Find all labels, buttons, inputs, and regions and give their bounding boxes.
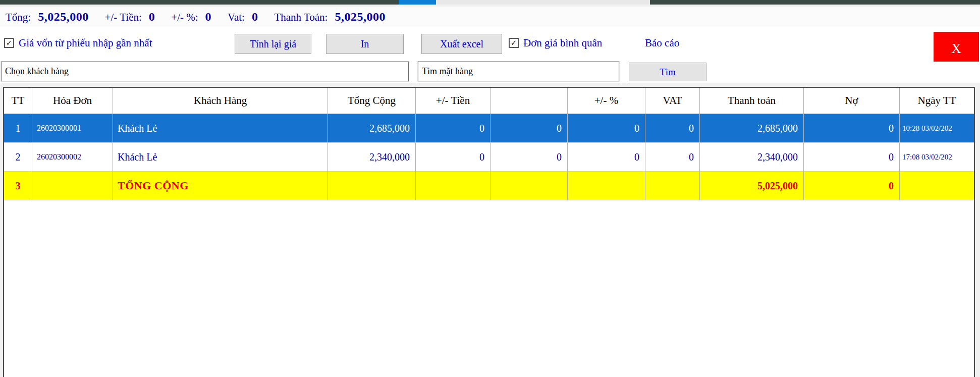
- header-adj-percent: +/- %: [568, 88, 645, 114]
- export-excel-button[interactable]: Xuất excel: [421, 34, 502, 54]
- average-price-checkbox[interactable]: ✓: [509, 38, 519, 48]
- payment-total-value: 5,025,000: [335, 10, 386, 24]
- cell-customer: Khách Lẻ: [113, 114, 328, 143]
- cell-tt: 3: [4, 172, 32, 200]
- header-payment-date: Ngày TT: [900, 88, 974, 114]
- close-button[interactable]: X: [934, 32, 979, 65]
- header-blank: [491, 88, 568, 114]
- cell-total: 2,685,000: [328, 114, 416, 143]
- header-customer: Khách Hàng: [113, 88, 328, 114]
- customer-search-input[interactable]: [1, 62, 409, 81]
- cell-debt: 0: [804, 114, 900, 143]
- average-price-checkbox-label: Đơn giá bình quân: [523, 37, 602, 49]
- payment-total-label: Thanh Toán:: [274, 11, 328, 24]
- cost-price-checkbox[interactable]: ✓: [4, 38, 14, 48]
- cell-vat: 0: [645, 114, 700, 143]
- cell-debt: 0: [804, 143, 900, 172]
- header-payment: Thanh toán: [700, 88, 804, 114]
- table-header-row: TT Hóa Đơn Khách Hàng Tổng Cộng +/- Tiền…: [4, 88, 974, 114]
- item-search-input[interactable]: [418, 62, 619, 81]
- table-row-invoice-1[interactable]: 1 26020300001 Khách Lẻ 2,685,000 0 0 0 0…: [4, 114, 974, 143]
- cell-customer: Khách Lẻ: [113, 143, 328, 172]
- cell-payment: 5,025,000: [700, 172, 804, 200]
- window-top-strip-blue-tab: [399, 0, 436, 5]
- cell-payment: 2,685,000: [700, 114, 804, 143]
- cell-adj-money: 0: [416, 143, 491, 172]
- header-adj-money: +/- Tiền: [416, 88, 491, 114]
- cell-grand-total-label: TỔNG CỘNG: [113, 172, 328, 200]
- header-debt: Nợ: [804, 88, 900, 114]
- cell-total: [328, 172, 416, 200]
- checkbox-checked-icon: ✓: [511, 39, 517, 47]
- cell-debt: 0: [804, 172, 900, 200]
- cell-payment-date: 17:08 03/02/202: [900, 143, 974, 172]
- cell-payment-date: 10:28 03/02/202: [900, 114, 974, 143]
- cell-blank-col: 0: [491, 143, 568, 172]
- vat-value: 0: [252, 10, 258, 24]
- cell-tt: 1: [4, 114, 32, 143]
- search-row: Tìm: [0, 62, 980, 83]
- cell-total: 2,340,000: [328, 143, 416, 172]
- adj-percent-label: +/- %:: [171, 11, 198, 24]
- adj-money-value: 0: [149, 10, 155, 24]
- window-top-strip-dark-left: [0, 0, 399, 5]
- cell-adj-money: [416, 172, 491, 200]
- checkbox-checked-icon: ✓: [6, 39, 13, 47]
- totals-bar: Tổng: 5,025,000 +/- Tiền: 0 +/- %: 0 Vat…: [0, 7, 980, 27]
- cell-blank-col: 0: [491, 114, 568, 143]
- cell-invoice-number: 26020300001: [32, 114, 113, 143]
- adj-percent-value: 0: [205, 10, 212, 24]
- window-top-strip-light: [436, 0, 650, 5]
- window-top-strip-dark-right: [650, 0, 980, 5]
- print-button[interactable]: In: [326, 34, 404, 54]
- cell-adj-percent: 0: [568, 114, 645, 143]
- cell-vat: 0: [645, 143, 700, 172]
- cell-adj-money: 0: [416, 114, 491, 143]
- toolbar: ✓ Giá vốn từ phiếu nhập gần nhất Tính lạ…: [0, 28, 980, 58]
- total-value: 5,025,000: [38, 10, 89, 24]
- right-edge-strip: [975, 87, 980, 377]
- cell-blank-col: [491, 172, 568, 200]
- invoice-table: TT Hóa Đơn Khách Hàng Tổng Cộng +/- Tiền…: [3, 87, 975, 377]
- header-tt: TT: [4, 88, 32, 114]
- cell-invoice-number: [32, 172, 113, 200]
- report-link[interactable]: Báo cáo: [645, 28, 679, 58]
- cell-tt: 2: [4, 143, 32, 172]
- total-label: Tổng:: [6, 11, 31, 24]
- cell-vat: [645, 172, 700, 200]
- cell-invoice-number: 26020300002: [32, 143, 113, 172]
- header-invoice: Hóa Đơn: [32, 88, 113, 114]
- cell-adj-percent: 0: [568, 143, 645, 172]
- cell-payment-date: [900, 172, 974, 200]
- adj-money-label: +/- Tiền:: [105, 11, 142, 24]
- header-vat: VAT: [645, 88, 700, 114]
- table-row-invoice-2[interactable]: 2 26020300002 Khách Lẻ 2,340,000 0 0 0 0…: [4, 143, 974, 172]
- cell-adj-percent: [568, 172, 645, 200]
- cell-payment: 2,340,000: [700, 143, 804, 172]
- vat-label: Vat:: [228, 11, 245, 24]
- header-total: Tổng Cộng: [328, 88, 416, 114]
- cost-price-checkbox-label: Giá vốn từ phiếu nhập gần nhất: [19, 37, 152, 49]
- find-button[interactable]: Tìm: [629, 63, 706, 81]
- table-row-grand-total[interactable]: 3 TỔNG CỘNG 5,025,000 0: [4, 172, 974, 200]
- recalculate-price-button[interactable]: Tính lại giá: [235, 34, 311, 54]
